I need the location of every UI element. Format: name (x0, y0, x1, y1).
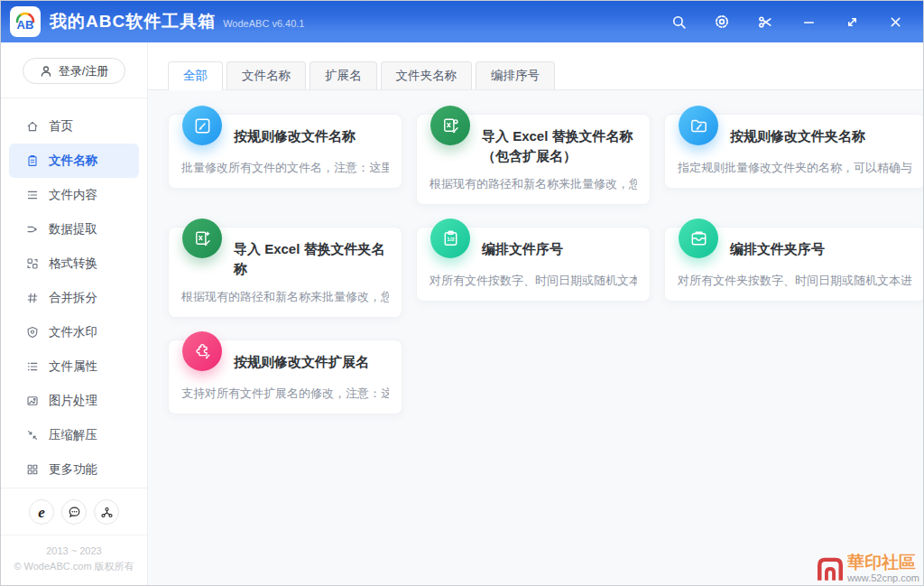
sidebar-item-watermark[interactable]: 文件水印 (9, 315, 139, 349)
card-title: 编排文件序号 (482, 239, 637, 263)
card-title: 按规则修改文件名称 (234, 126, 389, 150)
search-icon[interactable] (663, 6, 694, 37)
card-desc: 根据现有的路径和新名称来批量修改，您完全可以利用 (181, 289, 389, 305)
sidebar: 登录/注册 首页 文件名称 文件内容 数据提取 (1, 42, 148, 585)
card-desc: 对所有文件夹按数字、时间日期或随机文本进行批量修改 (678, 273, 912, 289)
sidebar-item-home[interactable]: 首页 (9, 109, 139, 144)
main-content: 全部 文件名称 扩展名 文件夹名称 编排序号 按规则修改文件名称 批量修改所有文… (148, 42, 923, 585)
chat-icon[interactable] (61, 499, 87, 525)
app-logo: AB (10, 6, 41, 37)
file-content-icon (26, 189, 39, 201)
sidebar-item-file-name[interactable]: 文件名称 (9, 144, 139, 178)
sidebar-item-label: 文件名称 (49, 153, 97, 169)
sidebar-item-data-extract[interactable]: 数据提取 (9, 212, 139, 246)
titlebar: AB 我的ABC软件工具箱 WodeABC v6.40.1 (1, 1, 923, 42)
minimize-icon[interactable] (793, 6, 824, 37)
sidebar-item-label: 文件属性 (49, 358, 97, 375)
sidebar-item-label: 数据提取 (49, 221, 97, 237)
format-convert-icon (26, 257, 39, 270)
image-processing-icon (26, 395, 39, 407)
file-properties-icon (26, 360, 39, 373)
sidebar-item-label: 文件内容 (49, 187, 97, 203)
excel-replace-icon (430, 106, 470, 145)
card-rename-files[interactable]: 按规则修改文件名称 批量修改所有文件的文件名，注意：这里不包含扩展名 (168, 114, 402, 189)
card-grid: 按规则修改文件名称 批量修改所有文件的文件名，注意：这里不包含扩展名 导入 Ex… (148, 90, 923, 414)
card-title: 导入 Excel 替换文件夹名称 (234, 239, 389, 279)
sidebar-item-file-content[interactable]: 文件内容 (9, 178, 139, 212)
logo-letters: AB (17, 18, 34, 32)
sidebar-footer: e 2013 ~ 2023 © WodeABC.com 版权所有 (1, 488, 147, 585)
site-watermark: 華印社區 www.52cnp.com (817, 553, 919, 583)
sidebar-item-file-properties[interactable]: 文件属性 (9, 349, 139, 384)
login-register-button[interactable]: 登录/注册 (23, 58, 126, 84)
card-rename-folders[interactable]: 按规则修改文件夹名称 指定规则批量修改文件夹的名称，可以精确与模糊替换 (664, 114, 923, 189)
sidebar-item-label: 更多功能 (49, 461, 97, 478)
card-desc: 对所有文件按数字、时间日期或随机文本进行批量修改 (430, 273, 637, 289)
card-desc: 支持对所有文件扩展名的修改，注意：这里只是修改扩展名 (181, 386, 389, 402)
card-excel-replace-folder-names[interactable]: 导入 Excel 替换文件夹名称 根据现有的路径和新名称来批量修改，您完全可以利… (168, 227, 402, 318)
sidebar-item-label: 首页 (49, 118, 73, 135)
archive-tray-icon (679, 219, 718, 258)
card-number-files[interactable]: 1/2 编排文件序号 对所有文件按数字、时间日期或随机文本进行批量修改 (416, 227, 651, 302)
card-excel-replace-file-names[interactable]: 导入 Excel 替换文件名称（包含扩展名） 根据现有的路径和新名称来批量修改，… (416, 114, 651, 205)
puzzle-edit-icon (182, 331, 222, 371)
copyright-years: 2013 ~ 2023 (1, 544, 147, 559)
sidebar-item-label: 图片处理 (49, 393, 97, 409)
card-desc: 根据现有的路径和新名称来批量修改，您完全可以利用 (430, 176, 637, 192)
card-title: 按规则修改文件夹名称 (730, 126, 912, 150)
watermark-site-name: 華印社區 (847, 553, 916, 571)
sidebar-nav: 首页 文件名称 文件内容 数据提取 格式转换 (1, 98, 147, 487)
card-desc: 批量修改所有文件的文件名，注意：这里不包含扩展名 (181, 160, 389, 176)
copyright: 2013 ~ 2023 © WodeABC.com 版权所有 (1, 535, 147, 585)
card-title: 按规则修改文件扩展名 (234, 352, 389, 376)
sidebar-item-label: 压缩解压 (49, 427, 97, 443)
app-window: AB 我的ABC软件工具箱 WodeABC v6.40.1 (0, 0, 924, 586)
app-version: WodeABC v6.40.1 (223, 18, 304, 29)
tab-file-name[interactable]: 文件名称 (226, 61, 306, 89)
merge-split-icon (26, 292, 39, 304)
tab-bar: 全部 文件名称 扩展名 文件夹名称 编排序号 (148, 42, 923, 90)
folder-edit-icon (679, 106, 718, 145)
tab-folder-name[interactable]: 文件夹名称 (381, 61, 473, 89)
icon-badge: 1/2 (447, 237, 455, 242)
watermark-logo-icon (817, 554, 844, 583)
card-desc: 指定规则批量修改文件夹的名称，可以精确与模糊替换 (678, 160, 912, 176)
tab-serial-number[interactable]: 编排序号 (476, 61, 555, 89)
card-number-folders[interactable]: 编排文件夹序号 对所有文件夹按数字、时间日期或随机文本进行批量修改 (664, 227, 923, 302)
compress-icon (26, 429, 39, 442)
sidebar-item-label: 文件水印 (49, 324, 97, 340)
watermark-site-url: www.52cnp.com (847, 573, 919, 583)
sidebar-item-image-processing[interactable]: 图片处理 (9, 384, 139, 418)
more-functions-icon (26, 463, 39, 476)
maximize-icon[interactable] (836, 6, 867, 37)
sidebar-item-format-convert[interactable]: 格式转换 (9, 246, 139, 281)
data-extract-icon (26, 223, 39, 236)
scissors-tools-icon[interactable] (750, 6, 781, 37)
card-title: 编排文件夹序号 (730, 239, 912, 263)
clipboard-number-icon: 1/2 (430, 219, 470, 258)
settings-gear-icon[interactable] (707, 6, 737, 37)
tab-extension[interactable]: 扩展名 (310, 61, 377, 89)
home-icon (26, 120, 39, 133)
card-change-extensions[interactable]: 按规则修改文件扩展名 支持对所有文件扩展名的修改，注意：这里只是修改扩展名 (168, 340, 402, 414)
sidebar-item-label: 合并拆分 (49, 290, 97, 306)
excel-replace-icon (182, 219, 222, 258)
watermark-icon (26, 326, 39, 339)
sidebar-item-label: 格式转换 (49, 256, 97, 272)
copyright-text: © WodeABC.com 版权所有 (1, 559, 147, 574)
app-title: 我的ABC软件工具箱 (50, 10, 216, 33)
login-register-label: 登录/注册 (59, 63, 109, 79)
card-title: 导入 Excel 替换文件名称（包含扩展名） (482, 126, 637, 166)
sidebar-item-merge-split[interactable]: 合并拆分 (9, 281, 139, 315)
sidebar-item-compress[interactable]: 压缩解压 (9, 418, 139, 452)
sidebar-item-more-functions[interactable]: 更多功能 (9, 452, 139, 487)
share-icon[interactable] (94, 499, 119, 525)
browser-icon[interactable]: e (29, 499, 54, 525)
file-name-icon (26, 154, 39, 167)
close-icon[interactable] (880, 6, 910, 37)
edit-file-icon (182, 106, 222, 145)
tab-all[interactable]: 全部 (168, 61, 223, 89)
